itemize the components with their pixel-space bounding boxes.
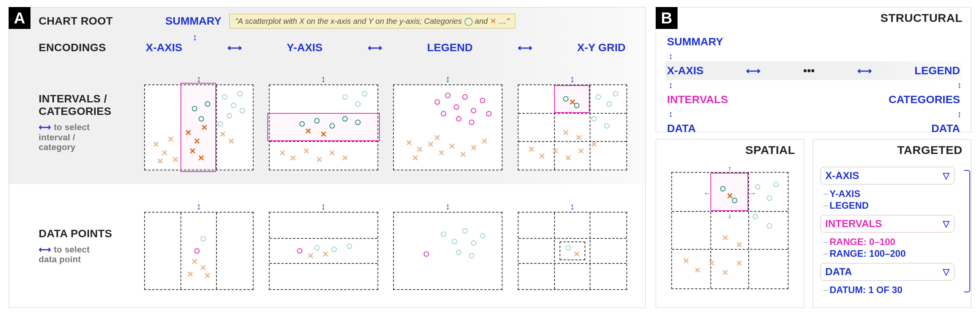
node-categories-b: CATEGORIES <box>889 93 960 106</box>
hint-dp-1: to select <box>54 245 90 254</box>
arrow-v: ↕ <box>665 109 673 119</box>
node-data-b1: DATA <box>667 122 696 135</box>
grid-hline <box>270 141 377 142</box>
label-chart-root-text: CHART ROOT <box>39 15 142 27</box>
node-summary-b: SUMMARY <box>667 36 723 48</box>
encoding-nodes: X-AXIS ⟷ Y-AXIS ⟷ LEGEND ⟷ X-Y GRID <box>142 38 645 58</box>
panel-b-structural: B STRUCTURAL SUMMARY ↕ X-AXIS ⟷ ••• ⟷ LE… <box>656 7 971 132</box>
selection-rect <box>267 113 380 141</box>
summary-caption: "A scatterplot with X on the x-axis and … <box>229 14 515 29</box>
mini-chart-dp-x <box>144 212 254 290</box>
hint-int-2: interval / <box>39 132 75 142</box>
selection-rect <box>181 83 216 172</box>
arrow-h: ⟷ <box>857 65 872 77</box>
hint-int-1: to select <box>54 122 90 132</box>
structural-title: STRUCTURAL <box>880 11 962 25</box>
arrow-int-to-dp: ↕ <box>445 201 450 212</box>
arrow-into-legend-int: ↕ <box>445 73 450 84</box>
hint-int-3: category <box>39 142 75 152</box>
ellipsis-icon: ••• <box>803 64 815 77</box>
node-intervals-b: INTERVALS <box>667 93 728 106</box>
row-encodings: ENCODINGS X-AXIS ⟷ Y-AXIS ⟷ LEGEND ⟷ X-Y… <box>9 35 645 61</box>
mini-chart-dp-grid <box>518 212 627 290</box>
row-data-points: DATA POINTS ⟷ to select data point ↕ <box>9 184 645 308</box>
node-legend: LEGEND <box>427 41 473 54</box>
pill-data[interactable]: DATA ▽ <box>820 263 955 281</box>
arrow-down-icon: ↓ <box>728 211 731 220</box>
pill-xaxis[interactable]: X-AXIS ▽ <box>820 167 955 184</box>
mini-dp-grid: ↕ <box>515 202 630 290</box>
panel-b-badge: B <box>656 7 678 29</box>
node-data-b2: DATA <box>931 122 960 135</box>
label-intervals: INTERVALS / CATEGORIES ⟷ to select inter… <box>9 61 142 184</box>
hint-arrow-icon: ⟷ <box>39 122 51 132</box>
bracket-icon <box>964 170 970 292</box>
grid-vline <box>216 85 217 170</box>
caption-cross-icon: ✕ <box>490 17 497 25</box>
mini-dp-x: ↕ <box>142 202 256 290</box>
caption-prefix: "A scatterplot with X on the x-axis and … <box>235 17 464 25</box>
label-dp-text: DATA POINTS <box>39 227 142 240</box>
label-intervals-1: INTERVALS / <box>39 93 142 105</box>
arrow-up-icon: ↑ <box>728 164 731 173</box>
node-summary: SUMMARY <box>165 15 222 27</box>
arrow-v: ↕ <box>665 80 673 90</box>
selection-rect <box>710 173 749 211</box>
arrow-into-grid-int: ↕ <box>570 73 575 84</box>
mini-chart-y-interval <box>269 84 378 170</box>
panel-a-badge: A <box>9 7 30 29</box>
arrow-v: ↕ <box>954 80 962 90</box>
node-xaxis: X-AXIS <box>146 41 182 54</box>
caption-suffix: …" <box>499 17 510 25</box>
grid-focus-cell <box>560 242 585 260</box>
targeted-title: TARGETED <box>897 143 962 157</box>
mini-dp-legend: ↕ <box>391 202 505 290</box>
hint-intervals: ⟷ to select interval / category <box>39 122 142 152</box>
arrow-v: ↕ <box>665 51 962 61</box>
panel-targeted: TARGETED X-AXIS ▽ Y-AXIS LEGEND INTERVAL… <box>813 139 971 308</box>
caption-mid: and <box>475 17 490 25</box>
mini-grid-cell: ↕ <box>515 74 630 170</box>
hint-arrow-icon: ⟷ <box>39 245 51 254</box>
pill-xaxis-label: X-AXIS <box>825 170 859 182</box>
arrow-legend-grid: ⟷ <box>518 42 532 54</box>
selection-rect <box>554 85 590 113</box>
structural-tree: SUMMARY ↕ X-AXIS ⟷ ••• ⟷ LEGEND ↕ ↕ INTE… <box>665 32 962 138</box>
arrow-x-y: ⟷ <box>227 42 242 54</box>
lower-panels: SPATIAL ↑ ↓ ← → <box>656 139 971 308</box>
label-data-points: DATA POINTS ⟷ to select data point <box>9 184 142 308</box>
arrow-left-icon: ← <box>703 189 711 198</box>
pill-data-label: DATA <box>825 266 852 278</box>
arrow-y-legend: ⟷ <box>368 42 382 54</box>
figure-root: A CHART ROOT SUMMARY "A scatterplot with… <box>9 7 971 308</box>
row-chart-root: CHART ROOT SUMMARY "A scatterplot with X… <box>9 7 645 35</box>
mini-legend-category: ↕ <box>391 74 505 170</box>
pill-intervals[interactable]: INTERVALS ▽ <box>820 215 955 233</box>
node-xaxis-b: X-AXIS <box>667 64 703 77</box>
arrow-int-to-dp: ↕ <box>570 201 575 212</box>
node-grid: X-Y GRID <box>577 41 626 54</box>
right-column: B STRUCTURAL SUMMARY ↕ X-AXIS ⟷ ••• ⟷ LE… <box>656 7 971 308</box>
row-intervals: INTERVALS / CATEGORIES ⟷ to select inter… <box>9 61 645 184</box>
mini-chart-dp-legend <box>393 212 503 290</box>
triangle-down-icon: ▽ <box>943 219 950 229</box>
panel-a: A CHART ROOT SUMMARY "A scatterplot with… <box>9 7 646 308</box>
sub-yaxis[interactable]: Y-AXIS <box>830 188 955 199</box>
sub-range2[interactable]: RANGE: 100–200 <box>830 248 955 259</box>
node-legend-b: LEGEND <box>914 64 960 77</box>
mini-chart-spatial: ↑ ↓ ← → <box>671 172 789 289</box>
mini-chart-x-interval <box>144 84 254 170</box>
sub-legend[interactable]: LEGEND <box>830 200 955 211</box>
pill-intervals-label: INTERVALS <box>825 218 882 230</box>
arrow-right-icon: → <box>748 189 756 198</box>
mini-xaxis-interval: ↕ <box>142 74 256 170</box>
arrow-int-to-dp: ↕ <box>321 201 326 212</box>
label-encodings-text: ENCODINGS <box>39 41 142 54</box>
sub-datum[interactable]: DATUM: 1 OF 30 <box>830 285 955 295</box>
sub-range1[interactable]: RANGE: 0–100 <box>830 236 955 247</box>
datapoints-mini-row: ↕ ↕ <box>142 196 645 295</box>
mini-chart-dp-y <box>269 212 378 290</box>
label-intervals-2: CATEGORIES <box>39 105 142 118</box>
intervals-mini-row: ↕ <box>142 69 645 176</box>
mini-dp-y: ↕ <box>266 202 381 290</box>
